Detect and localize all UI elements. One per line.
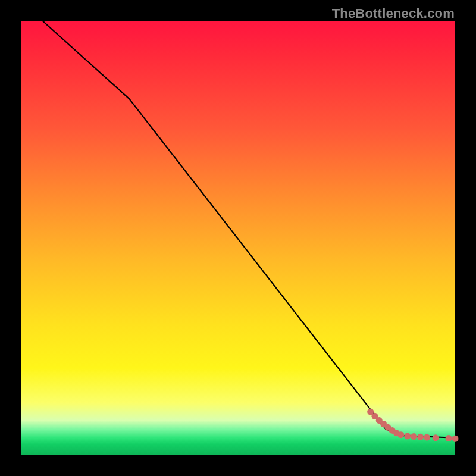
watermark-text: TheBottleneck.com — [332, 6, 455, 21]
scatter-point — [452, 436, 459, 442]
plot-area — [21, 21, 455, 455]
scatter-point — [411, 433, 417, 440]
scatter-point — [397, 431, 404, 438]
scatter-point — [404, 433, 411, 439]
scatter-point — [424, 434, 430, 441]
chart-frame: TheBottleneck.com — [0, 0, 476, 476]
scatter-point — [433, 434, 439, 441]
scatter-point — [417, 434, 424, 440]
chart-svg — [21, 21, 455, 455]
scatter-point — [446, 435, 452, 441]
bottleneck-curve — [43, 21, 456, 438]
